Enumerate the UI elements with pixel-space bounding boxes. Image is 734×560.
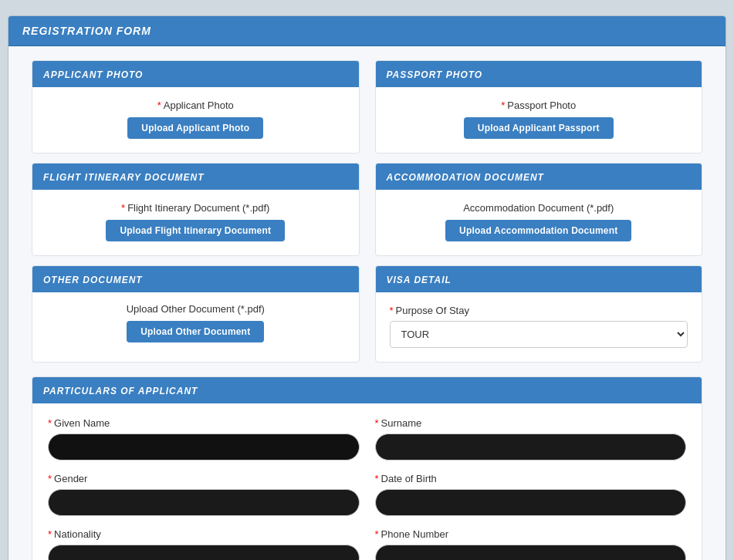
upload-passport-button[interactable]: Upload Applicant Passport	[464, 117, 614, 139]
particulars-body: *Given Name *Surname	[32, 403, 702, 560]
passport-photo-header: PASSPORT PHOTO	[376, 61, 702, 87]
given-surname-row: *Given Name *Surname	[48, 417, 686, 460]
phone-field: *Phone Number	[375, 528, 687, 560]
other-document-header-label: OTHER DOCUMENT	[43, 275, 143, 285]
accommodation-label: Accommodation Document (*.pdf)	[463, 202, 614, 214]
applicant-photo-label: *Applicant Photo	[157, 100, 234, 111]
form-title-bar: REGISTRATION FORM	[8, 16, 726, 46]
purpose-of-stay-select[interactable]: TOUR BUSINESS STUDY WORK	[390, 321, 688, 348]
other-document-section: OTHER DOCUMENT Upload Other Document (*.…	[32, 265, 360, 363]
passport-photo-label: *Passport Photo	[501, 100, 576, 111]
flight-itinerary-star: *	[121, 202, 125, 214]
accommodation-header: ACCOMMODATION DOCUMENT	[376, 164, 702, 190]
visa-detail-content: *Purpose Of Stay TOUR BUSINESS STUDY WOR…	[376, 292, 702, 362]
passport-photo-content: *Passport Photo Upload Applicant Passpor…	[376, 87, 702, 153]
passport-photo-star: *	[501, 100, 505, 111]
photo-row: APPLICANT PHOTO *Applicant Photo Upload …	[32, 60, 702, 153]
phone-input[interactable]	[375, 545, 687, 560]
visa-detail-header: VISA DETAIL	[376, 266, 702, 292]
other-visa-row: OTHER DOCUMENT Upload Other Document (*.…	[32, 265, 702, 363]
nationality-label: *Nationality	[48, 528, 360, 540]
dob-input[interactable]	[375, 489, 687, 516]
flight-itinerary-header-label: FLIGHT ITINERARY DOCUMENT	[43, 172, 205, 183]
upload-accommodation-button[interactable]: Upload Accommodation Document	[445, 220, 631, 241]
form-title: REGISTRATION FORM	[22, 25, 151, 37]
dob-label: *Date of Birth	[375, 473, 687, 484]
flight-itinerary-section: FLIGHT ITINERARY DOCUMENT *Flight Itiner…	[32, 163, 360, 256]
particulars-header: PARTICULARS OF APPLICANT	[32, 377, 702, 403]
other-document-content: Upload Other Document (*.pdf) Upload Oth…	[32, 292, 359, 356]
accommodation-section: ACCOMMODATION DOCUMENT Accommodation Doc…	[375, 163, 703, 256]
gender-field: *Gender	[48, 473, 360, 516]
visa-detail-header-label: VISA DETAIL	[387, 275, 452, 285]
upload-applicant-photo-button[interactable]: Upload Applicant Photo	[127, 117, 263, 139]
gender-dob-row: *Gender *Date of Birth	[48, 473, 686, 516]
form-body: APPLICANT PHOTO *Applicant Photo Upload …	[8, 46, 726, 560]
document-row: FLIGHT ITINERARY DOCUMENT *Flight Itiner…	[32, 163, 702, 256]
accommodation-header-label: ACCOMMODATION DOCUMENT	[387, 172, 544, 183]
nationality-input[interactable]	[48, 545, 360, 560]
given-name-input[interactable]	[48, 433, 360, 460]
page-wrapper: REGISTRATION FORM APPLICANT PHOTO *Appli…	[0, 8, 734, 560]
particulars-header-label: PARTICULARS OF APPLICANT	[43, 386, 198, 396]
nationality-field: *Nationality	[48, 528, 360, 560]
applicant-photo-content: *Applicant Photo Upload Applicant Photo	[32, 87, 359, 153]
purpose-star: *	[390, 305, 394, 316]
gender-input[interactable]	[48, 489, 360, 516]
flight-itinerary-content: *Flight Itinerary Document (*.pdf) Uploa…	[32, 190, 359, 255]
given-name-field: *Given Name	[48, 417, 360, 460]
surname-label: *Surname	[375, 417, 687, 429]
other-document-label: Upload Other Document (*.pdf)	[127, 303, 265, 315]
flight-itinerary-label: *Flight Itinerary Document (*.pdf)	[121, 202, 269, 214]
passport-photo-section: PASSPORT PHOTO *Passport Photo Upload Ap…	[375, 60, 703, 153]
surname-input[interactable]	[375, 433, 687, 460]
phone-label: *Phone Number	[375, 528, 687, 540]
flight-itinerary-header: FLIGHT ITINERARY DOCUMENT	[32, 164, 359, 190]
applicant-photo-section: APPLICANT PHOTO *Applicant Photo Upload …	[32, 60, 360, 153]
applicant-photo-header: APPLICANT PHOTO	[32, 61, 359, 87]
applicant-photo-header-label: APPLICANT PHOTO	[43, 69, 143, 80]
nationality-phone-row: *Nationality *Phone Number	[48, 528, 686, 560]
gender-label: *Gender	[48, 473, 360, 484]
dob-field: *Date of Birth	[375, 473, 687, 516]
upload-flight-itinerary-button[interactable]: Upload Flight Itinerary Document	[106, 220, 285, 241]
surname-field: *Surname	[375, 417, 687, 460]
form-container: REGISTRATION FORM APPLICANT PHOTO *Appli…	[8, 15, 726, 560]
particulars-section: PARTICULARS OF APPLICANT *Given Name	[32, 376, 702, 560]
accommodation-content: Accommodation Document (*.pdf) Upload Ac…	[376, 190, 702, 255]
purpose-of-stay-label: *Purpose Of Stay	[390, 305, 688, 316]
given-name-label: *Given Name	[48, 417, 360, 429]
passport-photo-header-label: PASSPORT PHOTO	[387, 69, 483, 80]
other-document-header: OTHER DOCUMENT	[32, 266, 359, 292]
visa-detail-section: VISA DETAIL *Purpose Of Stay TOUR BUSINE…	[375, 265, 703, 363]
upload-other-document-button[interactable]: Upload Other Document	[127, 321, 264, 342]
applicant-photo-star: *	[157, 100, 161, 111]
